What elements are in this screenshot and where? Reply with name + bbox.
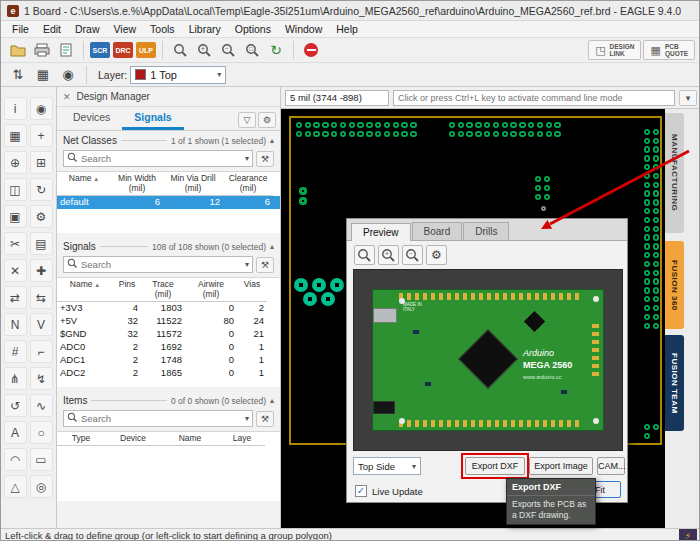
arc-icon[interactable]: ◠ [4, 448, 27, 471]
polygon-icon[interactable]: △ [4, 475, 27, 498]
delete-icon[interactable]: ✕ [4, 259, 27, 282]
value-icon[interactable]: V [30, 313, 53, 336]
table-row[interactable]: ADC02169201 [57, 341, 280, 354]
filter-button[interactable]: ▽ [238, 112, 256, 128]
design-link-button[interactable]: ◳ DESIGNLINK [588, 40, 641, 61]
table-row[interactable]: ADC12174801 [57, 354, 280, 367]
name-icon[interactable]: N [4, 313, 27, 336]
side-tab-fusion-360[interactable]: FUSION 360 [665, 241, 684, 329]
search-input[interactable] [81, 259, 242, 270]
command-history-button[interactable]: ▾ [679, 90, 697, 106]
table-row[interactable]: $GND3211572021 [57, 328, 280, 341]
wire-icon[interactable]: ∿ [30, 394, 53, 417]
menu-options[interactable]: Options [228, 22, 278, 36]
tab-preview[interactable]: Preview [351, 223, 411, 241]
zoom-in-button[interactable]: + [193, 40, 215, 60]
live-update-checkbox[interactable]: ✓ [355, 485, 367, 497]
column-header[interactable]: Type [57, 432, 105, 446]
drc-badge[interactable]: DRC [113, 42, 133, 58]
cam-button[interactable]: CAM... [597, 457, 625, 475]
copy-icon[interactable]: ⊞ [30, 151, 53, 174]
smash-icon[interactable]: # [4, 340, 27, 363]
mark-icon[interactable]: + [30, 124, 53, 147]
menu-help[interactable]: Help [329, 22, 365, 36]
column-header[interactable]: Airwire (mil) [185, 278, 237, 302]
column-header[interactable]: Min Via Drill (mil) [163, 172, 223, 196]
open-button[interactable] [7, 40, 29, 60]
add-part-icon[interactable]: ✚ [30, 259, 53, 282]
column-header[interactable]: Min Width (mil) [111, 172, 163, 196]
print-button[interactable] [31, 40, 53, 60]
command-line-input[interactable] [393, 90, 675, 106]
cam-processor-button[interactable] [55, 40, 77, 60]
column-header[interactable]: Name [161, 432, 219, 446]
menu-draw[interactable]: Draw [68, 22, 107, 36]
stop-button[interactable] [300, 40, 322, 60]
chevron-up-icon[interactable]: ▴ [270, 396, 274, 405]
search-input[interactable] [81, 413, 242, 424]
tab-signals[interactable]: Signals [122, 108, 183, 130]
wrench-button[interactable]: ⚒ [256, 411, 274, 427]
menu-file[interactable]: File [5, 22, 36, 36]
tab-board[interactable]: Board [412, 222, 463, 240]
search-input[interactable] [81, 153, 242, 164]
chevron-down-icon[interactable]: ▾ [245, 260, 249, 269]
column-header[interactable]: Laye [219, 432, 265, 446]
pinswap-icon[interactable]: ⇄ [4, 286, 27, 309]
info-icon[interactable]: i [4, 97, 27, 120]
column-header[interactable]: Vias [237, 278, 267, 302]
export-image-button[interactable]: Export Image [529, 457, 593, 475]
menu-edit[interactable]: Edit [36, 22, 68, 36]
eye-icon[interactable]: ◉ [30, 97, 53, 120]
group-icon[interactable]: ▣ [4, 205, 27, 228]
route-airwire-icon[interactable]: ↯ [30, 367, 53, 390]
chevron-up-icon[interactable]: ▴ [270, 242, 274, 251]
signals-search[interactable]: ▾ [63, 256, 253, 273]
side-tab-manufacturing[interactable]: MANUFACTURING [665, 113, 684, 233]
column-header[interactable]: Pins [113, 278, 141, 302]
ripup-icon[interactable]: ↺ [4, 394, 27, 417]
side-tab-fusion-team[interactable]: FUSION TEAM [665, 335, 684, 431]
grid-button[interactable]: ▦ [32, 65, 54, 85]
replace-icon[interactable]: ⇆ [30, 286, 53, 309]
zoom-select-button[interactable]: □ [241, 40, 263, 60]
layer-dropdown[interactable]: 1 Top ▾ [130, 66, 226, 84]
table-row[interactable]: +5V32115228024 [57, 315, 280, 328]
swap-layer-button[interactable]: ⇅ [7, 65, 29, 85]
wrench-button[interactable]: ⚒ [256, 257, 274, 273]
preview-zoom-in-button[interactable]: + [378, 245, 399, 265]
text-icon[interactable]: A [4, 421, 27, 444]
column-header[interactable]: Name ▲ [57, 278, 113, 302]
tab-drills[interactable]: Drills [463, 222, 509, 240]
scr-badge[interactable]: SCR [90, 42, 110, 58]
cut-icon[interactable]: ✂ [4, 232, 27, 255]
change-icon[interactable]: ⚙ [30, 205, 53, 228]
tab-devices[interactable]: Devices [61, 108, 122, 130]
chevron-down-icon[interactable]: ▾ [245, 154, 249, 163]
redraw-button[interactable]: ↻ [265, 40, 287, 60]
net-classes-search[interactable]: ▾ [63, 150, 253, 167]
via-icon[interactable]: ◎ [30, 475, 53, 498]
zoom-out-button[interactable]: − [217, 40, 239, 60]
menu-library[interactable]: Library [182, 22, 228, 36]
circle-icon[interactable]: ○ [30, 421, 53, 444]
chevron-up-icon[interactable]: ▴ [270, 136, 274, 145]
paste-icon[interactable]: ▤ [30, 232, 53, 255]
miter-icon[interactable]: ⌐ [30, 340, 53, 363]
table-row[interactable]: +3V34180302 [57, 302, 280, 315]
chevron-down-icon[interactable]: ▾ [245, 414, 249, 423]
menu-tools[interactable]: Tools [143, 22, 182, 36]
table-row[interactable]: ADC22186501 [57, 367, 280, 380]
close-icon[interactable]: ✕ [63, 92, 71, 102]
rotate-icon[interactable]: ↻ [30, 178, 53, 201]
mirror-icon[interactable]: ◫ [4, 178, 27, 201]
zoom-fit-button[interactable] [169, 40, 191, 60]
menu-window[interactable]: Window [278, 22, 329, 36]
preview-settings-button[interactable]: ⚙ [426, 245, 447, 265]
display-layers-icon[interactable]: ▦ [4, 124, 27, 147]
table-row[interactable]: default6126 [57, 196, 280, 209]
ulp-badge[interactable]: ULP [136, 42, 156, 58]
spark-icon[interactable]: ⚡ [679, 529, 697, 541]
rectangle-icon[interactable]: ▭ [30, 448, 53, 471]
pcb-quote-button[interactable]: ▦ PCBQUOTE [643, 40, 695, 61]
